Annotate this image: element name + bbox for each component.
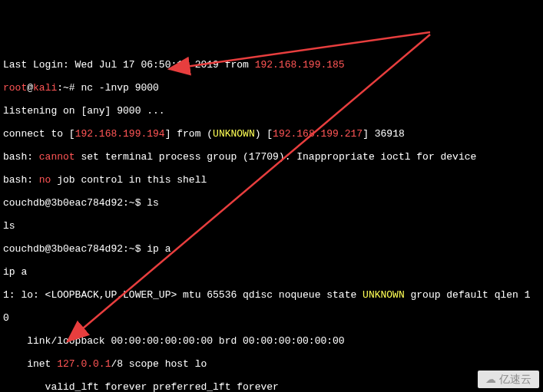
line-connect: connect to [192.168.199.194] from (UNKNO… (3, 128, 540, 140)
line-inet127: inet 127.0.0.1/8 scope host lo (3, 358, 540, 370)
cloud-icon: ☁ (485, 374, 496, 385)
line-lo: 1: lo: <LOOPBACK,UP,LOWER_UP> mtu 65536 … (3, 289, 540, 301)
line-bash2: bash: no job control in this shell (3, 174, 540, 186)
line-wrap0: 0 (3, 312, 540, 324)
line-lastlogin: Last Login: Wed Jul 17 06:50:11 2019 fro… (3, 59, 540, 71)
terminal-output[interactable]: Last Login: Wed Jul 17 06:50:11 2019 fro… (3, 48, 540, 392)
line-prompt-ipa: couchdb@3b0eac784d92:~$ ip a (3, 243, 540, 255)
watermark-text: 亿速云 (499, 374, 531, 385)
line-prompt-root: root@kali:~# nc -lnvp 9000 (3, 82, 540, 94)
line-validlft1: valid_lft forever preferred_lft forever (3, 381, 540, 392)
line-bash1: bash: cannot set terminal process group … (3, 151, 540, 163)
watermark: ☁ 亿速云 (478, 371, 539, 388)
line-ipa: ip a (3, 266, 540, 278)
line-prompt-ls: couchdb@3b0eac784d92:~$ ls (3, 197, 540, 209)
line-ls1: ls (3, 220, 540, 232)
line-listening: listening on [any] 9000 ... (3, 105, 540, 117)
line-linkloop: link/loopback 00:00:00:00:00:00 brd 00:0… (3, 335, 540, 347)
